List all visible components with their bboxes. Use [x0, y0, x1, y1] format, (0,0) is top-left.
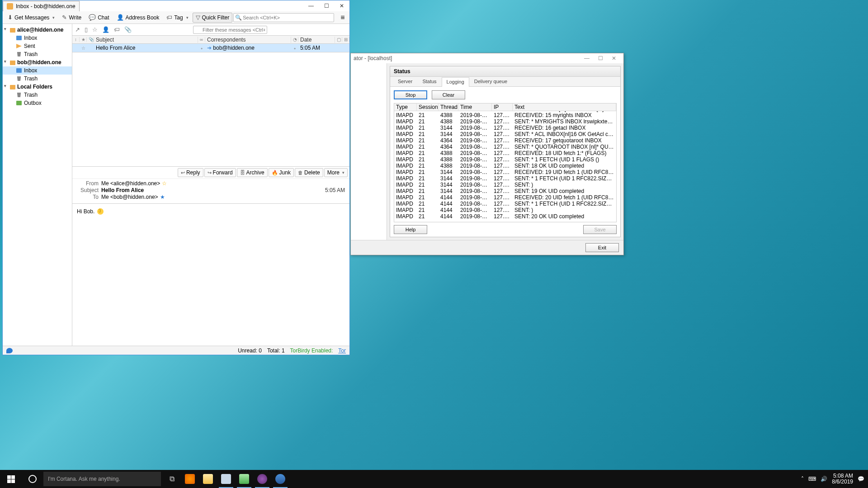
notifications-icon[interactable]: 💬: [858, 476, 864, 482]
task-view-button[interactable]: ⧉: [163, 470, 181, 488]
log-row[interactable]: IMAPD2143882019-08-06 05:...127.0.0.1REC…: [394, 150, 616, 156]
log-rows[interactable]: IMAPD2143642019-08-06 05:...127.0.0.1SEN…: [394, 111, 616, 220]
archive-icon: 🗄: [240, 170, 245, 175]
log-row[interactable]: IMAPD2131442019-08-06 05:...127.0.0.1SEN…: [394, 175, 616, 182]
tag-button[interactable]: 🏷Tag: [163, 13, 191, 23]
tab-logging[interactable]: Logging: [442, 77, 469, 87]
titlebar: ator - [localhost] — ☐ ✕: [351, 53, 623, 63]
folder-inbox[interactable]: Inbox: [3, 34, 72, 42]
exit-button[interactable]: Exit: [585, 243, 619, 252]
explorer-app[interactable]: [199, 470, 217, 488]
account-header[interactable]: Local Folders: [3, 83, 72, 91]
column-headers[interactable]: ↕★📎 Subject ∞ Correspondents ◔ Date ▢⊞: [72, 36, 349, 44]
tab-server[interactable]: Server: [393, 77, 417, 86]
contact-filter-icon[interactable]: 👤: [102, 26, 109, 33]
folder-sent[interactable]: Sent: [3, 42, 72, 50]
col-date[interactable]: Date: [298, 37, 335, 43]
maximize-button[interactable]: ☐: [319, 1, 334, 11]
log-row[interactable]: IMAPD2141442019-08-06 05:...127.0.0.1REC…: [394, 194, 616, 201]
start-button[interactable]: [0, 470, 22, 488]
cortana-icon[interactable]: [22, 470, 43, 488]
volume-icon[interactable]: 🔊: [821, 476, 827, 482]
log-row[interactable]: IMAPD2131442019-08-06 05:...127.0.0.1SEN…: [394, 188, 616, 194]
col-correspondents[interactable]: Correspondents: [205, 37, 291, 43]
log-row[interactable]: IMAPD2131442019-08-06 05:...127.0.0.1REC…: [394, 169, 616, 175]
pin-icon[interactable]: ↗: [75, 26, 80, 33]
log-row[interactable]: IMAPD2131442019-08-06 05:...127.0.0.1REC…: [394, 125, 616, 131]
reply-button[interactable]: ↩Reply: [178, 168, 203, 177]
log-row[interactable]: IMAPD2143642019-08-06 05:...127.0.0.1REC…: [394, 137, 616, 144]
message-body: Hi Bob.: [72, 204, 349, 219]
log-row[interactable]: IMAPD2131442019-08-06 05:...127.0.0.1SEN…: [394, 182, 616, 188]
minimize-button[interactable]: —: [303, 1, 319, 11]
filter-input[interactable]: [193, 26, 267, 34]
maximize-button[interactable]: ☐: [594, 55, 607, 61]
inbox-icon: [16, 68, 22, 73]
message-row[interactable]: ☆ Hello From Alice ∘ ➜ bob@hidden.one ∘ …: [72, 44, 349, 52]
tab-status[interactable]: Status: [417, 77, 441, 86]
junk-button[interactable]: 🔥Junk: [269, 168, 294, 177]
write-button[interactable]: ✎Write: [59, 13, 85, 23]
delete-button[interactable]: 🗑Delete: [295, 168, 323, 177]
keyboard-icon[interactable]: ⌨: [808, 476, 816, 482]
archive-button[interactable]: 🗄Archive: [237, 168, 268, 177]
col-subject[interactable]: Subject: [94, 37, 198, 43]
window-tab[interactable]: Inbox - bob@hidden.one: [3, 1, 80, 11]
chevron-up-icon[interactable]: ˄: [801, 476, 804, 482]
log-row[interactable]: IMAPD2143882019-08-06 05:...127.0.0.1SEN…: [394, 118, 616, 125]
stop-button[interactable]: Stop: [394, 90, 427, 99]
close-button[interactable]: ✕: [607, 55, 621, 61]
trash-icon: 🗑: [298, 170, 303, 175]
clock[interactable]: 5:08 AM 8/6/2019: [832, 473, 853, 485]
hmailadmin-app[interactable]: [235, 470, 253, 488]
search-input[interactable]: [233, 13, 334, 22]
folder-trash[interactable]: Trash: [3, 91, 72, 99]
log-row[interactable]: IMAPD2141442019-08-06 05:...127.0.0.1SEN…: [394, 207, 616, 213]
forward-icon: ↪: [208, 170, 212, 176]
log-row[interactable]: IMAPD2131442019-08-06 05:...127.0.0.1SEN…: [394, 131, 616, 137]
account-header[interactable]: alice@hidden.one: [3, 26, 72, 34]
star-icon[interactable]: ☆: [92, 26, 98, 33]
folder-inbox[interactable]: Inbox: [3, 66, 72, 75]
tor-link[interactable]: Tor: [338, 347, 346, 354]
forward-button[interactable]: ↪Forward: [204, 168, 236, 177]
clear-button[interactable]: Clear: [432, 90, 465, 99]
tor-app[interactable]: [253, 470, 271, 488]
thunderbird-icon[interactable]: [6, 348, 13, 353]
folder-trash[interactable]: Trash: [3, 75, 72, 83]
more-button[interactable]: More: [324, 168, 348, 177]
tree-pane[interactable]: [351, 63, 387, 240]
get-messages-button[interactable]: ⬇Get Messages: [5, 13, 58, 23]
out-icon: [16, 101, 22, 105]
quick-filter-button[interactable]: ▽Quick Filter: [193, 13, 233, 23]
folder-trash[interactable]: Trash: [3, 50, 72, 58]
close-button[interactable]: ✕: [334, 1, 349, 11]
star-icon[interactable]: ☆: [162, 180, 167, 187]
star-icon[interactable]: ★: [160, 194, 165, 200]
log-row[interactable]: IMAPD2141442019-08-06 05:...127.0.0.1SEN…: [394, 213, 616, 220]
unread-icon[interactable]: ▯: [85, 26, 88, 33]
cortana-search[interactable]: I'm Cortana. Ask me anything.: [43, 472, 161, 486]
hmailserver-app[interactable]: [217, 470, 235, 488]
log-header[interactable]: Type Session Thread Time IP Text: [394, 103, 616, 111]
fire-icon: 🔥: [272, 170, 278, 176]
log-row[interactable]: IMAPD2143882019-08-06 05:...127.0.0.1REC…: [394, 112, 616, 118]
thunderbird-app[interactable]: [271, 470, 289, 488]
chat-button[interactable]: 💬Chat: [85, 13, 112, 23]
log-row[interactable]: IMAPD2143642019-08-06 05:...127.0.0.1SEN…: [394, 144, 616, 150]
log-row[interactable]: IMAPD2141442019-08-06 05:...127.0.0.1SEN…: [394, 201, 616, 207]
app-menu-button[interactable]: ≡: [338, 14, 348, 22]
thunderbird-window: Inbox - bob@hidden.one — ☐ ✕ ⬇Get Messag…: [2, 0, 350, 355]
attachment-filter-icon[interactable]: 📎: [124, 26, 132, 33]
tabs: ServerStatusLoggingDelivery queue: [390, 77, 620, 87]
log-row[interactable]: IMAPD2143882019-08-06 05:...127.0.0.1SEN…: [394, 163, 616, 169]
account-header[interactable]: bob@hidden.one: [3, 58, 72, 66]
tab-delivery-queue[interactable]: Delivery queue: [469, 77, 512, 86]
firefox-app[interactable]: [181, 470, 199, 488]
help-button[interactable]: Help: [394, 225, 427, 234]
folder-outbox[interactable]: Outbox: [3, 99, 72, 107]
minimize-button[interactable]: —: [580, 55, 594, 61]
tag-filter-icon[interactable]: 🏷: [114, 26, 120, 33]
log-row[interactable]: IMAPD2143882019-08-06 05:...127.0.0.1SEN…: [394, 156, 616, 163]
address-book-button[interactable]: 👤Address Book: [113, 13, 163, 23]
